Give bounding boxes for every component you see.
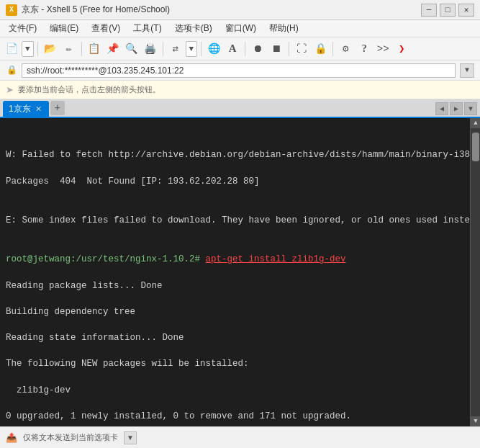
menu-tools[interactable]: 工具(T)	[127, 21, 167, 36]
send-bar-text: 仅将文本发送到当前选项卡	[23, 432, 118, 443]
menu-bar: 文件(F) 编辑(E) 查看(V) 工具(T) 选项卡(B) 窗口(W) 帮助(…	[0, 20, 480, 37]
terminal-line: Reading package lists... Done	[6, 279, 464, 292]
tip-text: 要添加当前会话，点击左侧的箭头按钮。	[18, 84, 160, 95]
menu-edit[interactable]: 编辑(E)	[44, 21, 84, 36]
terminal-line: W: Failed to fetch http://archive.debian…	[6, 148, 464, 161]
menu-view[interactable]: 查看(V)	[86, 21, 126, 36]
transfer-icon[interactable]: ⇄	[167, 40, 184, 58]
search-icon[interactable]: 🔍	[123, 40, 140, 58]
font-icon[interactable]: A	[224, 40, 241, 58]
terminal-line: The following NEW packages will be insta…	[6, 357, 464, 370]
terminal-line: Reading state information... Done	[6, 331, 464, 344]
terminal-line: Building dependency tree	[6, 305, 464, 318]
terminal-line: zlib1g-dev	[6, 384, 464, 397]
print-icon[interactable]: 🖨️	[142, 40, 159, 58]
toolbar-sep-7	[332, 42, 333, 56]
menu-help[interactable]: 帮助(H)	[263, 21, 304, 36]
toolbar-sep-5	[245, 42, 245, 56]
lock-icon[interactable]: 🔒	[312, 40, 329, 58]
globe-icon[interactable]: 🌐	[205, 40, 222, 58]
send-bar: 📤 仅将文本发送到当前选项卡 ▼	[0, 426, 480, 448]
tab-next-button[interactable]: ▶	[450, 102, 463, 115]
window-controls: ─ □ ✕	[421, 4, 474, 17]
terminal-line: Packages 404 Not Found [IP: 193.62.202.2…	[6, 175, 464, 188]
scrollbar-thumb[interactable]	[472, 133, 479, 161]
window-title: 京东 - Xshell 5 (Free for Home/School)	[22, 4, 170, 16]
menu-window[interactable]: 窗口(W)	[219, 21, 262, 36]
toolbar-sep-3	[163, 42, 163, 56]
transfer-dropdown[interactable]: ▼	[186, 41, 198, 57]
terminal-line: root@jetwang:/usr/test/nginx-1.10.2# apt…	[6, 253, 464, 266]
toolbar-sep-4	[201, 42, 201, 56]
settings-icon[interactable]: ⚙	[337, 40, 354, 58]
title-bar-left: X 京东 - Xshell 5 (Free for Home/School)	[6, 4, 170, 16]
tab-prev-button[interactable]: ◀	[435, 102, 448, 115]
maximize-button[interactable]: □	[440, 4, 456, 17]
terminal[interactable]: W: Failed to fetch http://archive.debian…	[0, 118, 470, 426]
tab-jingdong[interactable]: 1京东 ✕	[3, 101, 49, 117]
tab-navigation: ◀ ▶ ▼	[435, 102, 477, 115]
stop-icon[interactable]: ⏹	[268, 40, 285, 58]
close-button[interactable]: ✕	[458, 4, 474, 17]
add-tab-button[interactable]: +	[50, 101, 65, 115]
minimize-button[interactable]: ─	[421, 4, 437, 17]
menu-tabs[interactable]: 选项卡(B)	[169, 21, 218, 36]
terminal-line: E: Some index files failed to download. …	[6, 214, 464, 227]
scrollbar-down[interactable]: ▼	[471, 416, 480, 426]
send-icon: 📤	[6, 432, 17, 443]
address-input[interactable]	[22, 63, 456, 78]
open-icon[interactable]: 📂	[42, 40, 59, 58]
pencil-icon[interactable]: ✏️	[60, 40, 78, 58]
session-dropdown[interactable]: ▼	[22, 41, 34, 57]
terminal-line: 0 upgraded, 1 newly installed, 0 to remo…	[6, 410, 464, 423]
tip-bar: ➤ 要添加当前会话，点击左侧的箭头按钮。	[0, 81, 480, 99]
tab-bar: 1京东 ✕ + ◀ ▶ ▼	[0, 99, 480, 118]
app-icon: X	[6, 4, 17, 16]
ssh-icon: 🔒	[6, 65, 17, 76]
tab-menu-button[interactable]: ▼	[464, 102, 477, 115]
scrollbar-up[interactable]: ▲	[471, 118, 480, 128]
tip-icon: ➤	[6, 84, 14, 95]
more-icon[interactable]: >>	[374, 40, 391, 58]
help-icon[interactable]: ?	[356, 40, 373, 58]
copy-icon[interactable]: 📋	[86, 40, 103, 58]
send-menu-button[interactable]: ▼	[124, 431, 137, 444]
new-session-icon[interactable]: 📄	[3, 40, 20, 58]
tab-label: 1京东	[9, 103, 31, 115]
toolbar-sep-2	[81, 42, 82, 56]
toolbar: 📄 ▼ 📂 ✏️ 📋 📌 🔍 🖨️ ⇄ ▼ 🌐 A ⏺ ⏹ ⛶ 🔒 ⚙ ? >>…	[0, 37, 480, 61]
toolbar-sep-6	[289, 42, 289, 56]
address-dropdown-button[interactable]: ▼	[460, 63, 474, 78]
side-icon[interactable]: ❯	[393, 40, 410, 58]
title-bar: X 京东 - Xshell 5 (Free for Home/School) ─…	[0, 0, 480, 20]
menu-file[interactable]: 文件(F)	[3, 21, 42, 36]
address-bar: 🔒 ▼	[0, 61, 480, 81]
tab-close-button[interactable]: ✕	[35, 104, 42, 114]
terminal-scrollbar[interactable]: ▲ ▼	[470, 118, 480, 426]
toolbar-sep-1	[37, 42, 38, 56]
terminal-area: W: Failed to fetch http://archive.debian…	[0, 118, 480, 426]
paste-icon[interactable]: 📌	[104, 40, 122, 58]
expand-icon[interactable]: ⛶	[293, 40, 310, 58]
record-icon[interactable]: ⏺	[249, 40, 266, 58]
